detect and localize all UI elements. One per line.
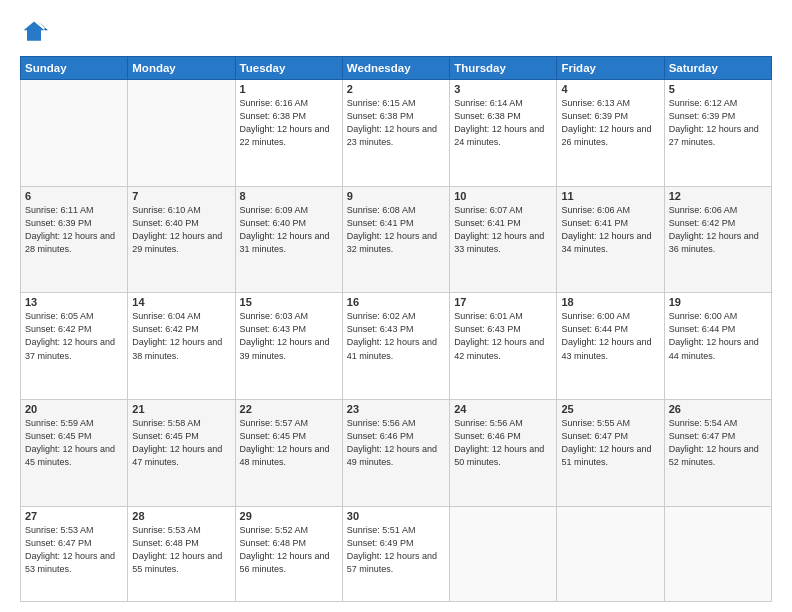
- weekday-header-row: SundayMondayTuesdayWednesdayThursdayFrid…: [21, 57, 772, 80]
- day-cell: 5Sunrise: 6:12 AM Sunset: 6:39 PM Daylig…: [664, 80, 771, 187]
- day-number: 27: [25, 510, 123, 522]
- day-number: 15: [240, 296, 338, 308]
- day-cell: 12Sunrise: 6:06 AM Sunset: 6:42 PM Dayli…: [664, 186, 771, 293]
- day-cell: 15Sunrise: 6:03 AM Sunset: 6:43 PM Dayli…: [235, 293, 342, 400]
- day-cell: 13Sunrise: 6:05 AM Sunset: 6:42 PM Dayli…: [21, 293, 128, 400]
- day-cell: 21Sunrise: 5:58 AM Sunset: 6:45 PM Dayli…: [128, 400, 235, 507]
- day-info: Sunrise: 6:08 AM Sunset: 6:41 PM Dayligh…: [347, 204, 445, 256]
- day-cell: 1Sunrise: 6:16 AM Sunset: 6:38 PM Daylig…: [235, 80, 342, 187]
- day-number: 23: [347, 403, 445, 415]
- day-number: 1: [240, 83, 338, 95]
- day-number: 9: [347, 190, 445, 202]
- week-row-5: 27Sunrise: 5:53 AM Sunset: 6:47 PM Dayli…: [21, 506, 772, 601]
- day-cell: 24Sunrise: 5:56 AM Sunset: 6:46 PM Dayli…: [450, 400, 557, 507]
- day-cell: 11Sunrise: 6:06 AM Sunset: 6:41 PM Dayli…: [557, 186, 664, 293]
- day-cell: [557, 506, 664, 601]
- day-cell: 30Sunrise: 5:51 AM Sunset: 6:49 PM Dayli…: [342, 506, 449, 601]
- day-number: 19: [669, 296, 767, 308]
- day-cell: 26Sunrise: 5:54 AM Sunset: 6:47 PM Dayli…: [664, 400, 771, 507]
- week-row-4: 20Sunrise: 5:59 AM Sunset: 6:45 PM Dayli…: [21, 400, 772, 507]
- day-number: 12: [669, 190, 767, 202]
- day-info: Sunrise: 6:00 AM Sunset: 6:44 PM Dayligh…: [561, 310, 659, 362]
- day-number: 30: [347, 510, 445, 522]
- weekday-header-friday: Friday: [557, 57, 664, 80]
- day-cell: 8Sunrise: 6:09 AM Sunset: 6:40 PM Daylig…: [235, 186, 342, 293]
- day-cell: 20Sunrise: 5:59 AM Sunset: 6:45 PM Dayli…: [21, 400, 128, 507]
- day-info: Sunrise: 5:55 AM Sunset: 6:47 PM Dayligh…: [561, 417, 659, 469]
- weekday-header-sunday: Sunday: [21, 57, 128, 80]
- weekday-header-thursday: Thursday: [450, 57, 557, 80]
- weekday-header-saturday: Saturday: [664, 57, 771, 80]
- day-info: Sunrise: 6:07 AM Sunset: 6:41 PM Dayligh…: [454, 204, 552, 256]
- day-number: 7: [132, 190, 230, 202]
- day-number: 21: [132, 403, 230, 415]
- day-info: Sunrise: 6:06 AM Sunset: 6:41 PM Dayligh…: [561, 204, 659, 256]
- day-number: 25: [561, 403, 659, 415]
- day-number: 2: [347, 83, 445, 95]
- day-info: Sunrise: 5:53 AM Sunset: 6:48 PM Dayligh…: [132, 524, 230, 576]
- day-number: 10: [454, 190, 552, 202]
- day-info: Sunrise: 5:54 AM Sunset: 6:47 PM Dayligh…: [669, 417, 767, 469]
- day-cell: 10Sunrise: 6:07 AM Sunset: 6:41 PM Dayli…: [450, 186, 557, 293]
- day-number: 28: [132, 510, 230, 522]
- day-cell: 17Sunrise: 6:01 AM Sunset: 6:43 PM Dayli…: [450, 293, 557, 400]
- day-number: 17: [454, 296, 552, 308]
- week-row-2: 6Sunrise: 6:11 AM Sunset: 6:39 PM Daylig…: [21, 186, 772, 293]
- logo: [20, 18, 52, 46]
- weekday-header-wednesday: Wednesday: [342, 57, 449, 80]
- day-number: 5: [669, 83, 767, 95]
- day-info: Sunrise: 5:59 AM Sunset: 6:45 PM Dayligh…: [25, 417, 123, 469]
- day-cell: 28Sunrise: 5:53 AM Sunset: 6:48 PM Dayli…: [128, 506, 235, 601]
- day-cell: 7Sunrise: 6:10 AM Sunset: 6:40 PM Daylig…: [128, 186, 235, 293]
- day-info: Sunrise: 5:53 AM Sunset: 6:47 PM Dayligh…: [25, 524, 123, 576]
- day-cell: 3Sunrise: 6:14 AM Sunset: 6:38 PM Daylig…: [450, 80, 557, 187]
- day-number: 16: [347, 296, 445, 308]
- day-info: Sunrise: 5:51 AM Sunset: 6:49 PM Dayligh…: [347, 524, 445, 576]
- page: SundayMondayTuesdayWednesdayThursdayFrid…: [0, 0, 792, 612]
- day-info: Sunrise: 6:10 AM Sunset: 6:40 PM Dayligh…: [132, 204, 230, 256]
- day-cell: [128, 80, 235, 187]
- day-info: Sunrise: 6:02 AM Sunset: 6:43 PM Dayligh…: [347, 310, 445, 362]
- day-info: Sunrise: 6:11 AM Sunset: 6:39 PM Dayligh…: [25, 204, 123, 256]
- day-cell: 16Sunrise: 6:02 AM Sunset: 6:43 PM Dayli…: [342, 293, 449, 400]
- day-info: Sunrise: 5:56 AM Sunset: 6:46 PM Dayligh…: [454, 417, 552, 469]
- logo-icon: [20, 18, 48, 46]
- day-info: Sunrise: 6:04 AM Sunset: 6:42 PM Dayligh…: [132, 310, 230, 362]
- day-cell: 14Sunrise: 6:04 AM Sunset: 6:42 PM Dayli…: [128, 293, 235, 400]
- day-number: 8: [240, 190, 338, 202]
- day-cell: 19Sunrise: 6:00 AM Sunset: 6:44 PM Dayli…: [664, 293, 771, 400]
- day-cell: [450, 506, 557, 601]
- day-info: Sunrise: 6:13 AM Sunset: 6:39 PM Dayligh…: [561, 97, 659, 149]
- day-info: Sunrise: 6:05 AM Sunset: 6:42 PM Dayligh…: [25, 310, 123, 362]
- week-row-3: 13Sunrise: 6:05 AM Sunset: 6:42 PM Dayli…: [21, 293, 772, 400]
- day-number: 18: [561, 296, 659, 308]
- weekday-header-tuesday: Tuesday: [235, 57, 342, 80]
- day-cell: [21, 80, 128, 187]
- day-number: 22: [240, 403, 338, 415]
- day-number: 26: [669, 403, 767, 415]
- day-cell: 6Sunrise: 6:11 AM Sunset: 6:39 PM Daylig…: [21, 186, 128, 293]
- day-number: 13: [25, 296, 123, 308]
- weekday-header-monday: Monday: [128, 57, 235, 80]
- day-cell: [664, 506, 771, 601]
- day-cell: 23Sunrise: 5:56 AM Sunset: 6:46 PM Dayli…: [342, 400, 449, 507]
- day-cell: 18Sunrise: 6:00 AM Sunset: 6:44 PM Dayli…: [557, 293, 664, 400]
- day-info: Sunrise: 5:58 AM Sunset: 6:45 PM Dayligh…: [132, 417, 230, 469]
- day-info: Sunrise: 6:16 AM Sunset: 6:38 PM Dayligh…: [240, 97, 338, 149]
- day-info: Sunrise: 6:14 AM Sunset: 6:38 PM Dayligh…: [454, 97, 552, 149]
- day-info: Sunrise: 6:09 AM Sunset: 6:40 PM Dayligh…: [240, 204, 338, 256]
- day-info: Sunrise: 6:00 AM Sunset: 6:44 PM Dayligh…: [669, 310, 767, 362]
- day-number: 14: [132, 296, 230, 308]
- day-cell: 2Sunrise: 6:15 AM Sunset: 6:38 PM Daylig…: [342, 80, 449, 187]
- day-cell: 27Sunrise: 5:53 AM Sunset: 6:47 PM Dayli…: [21, 506, 128, 601]
- day-number: 4: [561, 83, 659, 95]
- calendar: SundayMondayTuesdayWednesdayThursdayFrid…: [20, 56, 772, 602]
- day-cell: 4Sunrise: 6:13 AM Sunset: 6:39 PM Daylig…: [557, 80, 664, 187]
- day-info: Sunrise: 5:52 AM Sunset: 6:48 PM Dayligh…: [240, 524, 338, 576]
- day-number: 29: [240, 510, 338, 522]
- day-cell: 29Sunrise: 5:52 AM Sunset: 6:48 PM Dayli…: [235, 506, 342, 601]
- day-info: Sunrise: 6:15 AM Sunset: 6:38 PM Dayligh…: [347, 97, 445, 149]
- day-number: 11: [561, 190, 659, 202]
- day-info: Sunrise: 6:03 AM Sunset: 6:43 PM Dayligh…: [240, 310, 338, 362]
- header: [20, 18, 772, 46]
